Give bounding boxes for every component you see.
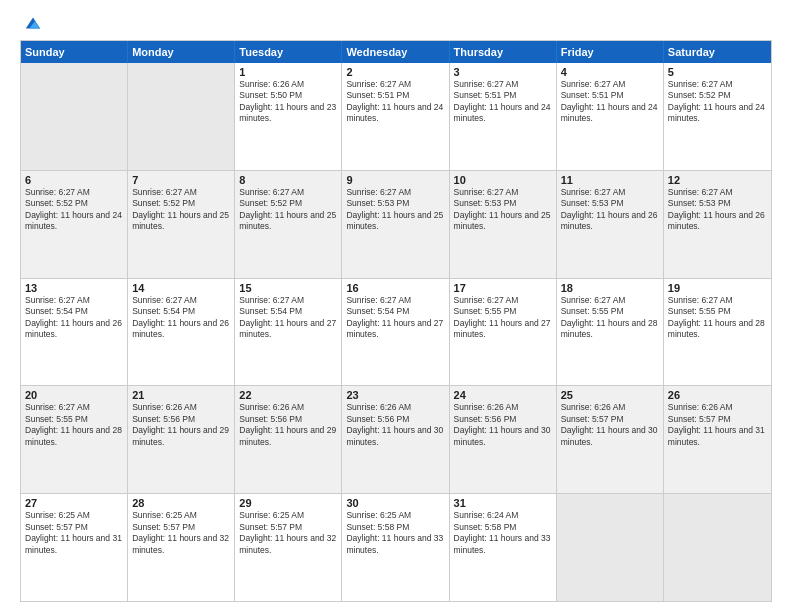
header-cell-monday: Monday [128,41,235,63]
cell-text: Sunrise: 6:27 AM Sunset: 5:55 PM Dayligh… [454,295,552,341]
cell-text: Sunrise: 6:27 AM Sunset: 5:54 PM Dayligh… [132,295,230,341]
cell-text: Sunrise: 6:27 AM Sunset: 5:52 PM Dayligh… [239,187,337,233]
cell-text: Sunrise: 6:24 AM Sunset: 5:58 PM Dayligh… [454,510,552,556]
cell-text: Sunrise: 6:27 AM Sunset: 5:51 PM Dayligh… [561,79,659,125]
calendar-cell: 1Sunrise: 6:26 AM Sunset: 5:50 PM Daylig… [235,63,342,170]
day-number: 18 [561,282,659,294]
calendar-cell: 3Sunrise: 6:27 AM Sunset: 5:51 PM Daylig… [450,63,557,170]
day-number: 29 [239,497,337,509]
calendar-cell: 19Sunrise: 6:27 AM Sunset: 5:55 PM Dayli… [664,279,771,386]
header-cell-friday: Friday [557,41,664,63]
day-number: 16 [346,282,444,294]
cell-text: Sunrise: 6:27 AM Sunset: 5:54 PM Dayligh… [25,295,123,341]
calendar-cell: 5Sunrise: 6:27 AM Sunset: 5:52 PM Daylig… [664,63,771,170]
calendar-cell: 27Sunrise: 6:25 AM Sunset: 5:57 PM Dayli… [21,494,128,601]
day-number: 22 [239,389,337,401]
day-number: 1 [239,66,337,78]
cell-text: Sunrise: 6:26 AM Sunset: 5:56 PM Dayligh… [346,402,444,448]
logo-icon [24,14,42,32]
calendar-cell: 11Sunrise: 6:27 AM Sunset: 5:53 PM Dayli… [557,171,664,278]
calendar-cell [557,494,664,601]
day-number: 31 [454,497,552,509]
day-number: 23 [346,389,444,401]
calendar-cell: 17Sunrise: 6:27 AM Sunset: 5:55 PM Dayli… [450,279,557,386]
calendar-cell: 23Sunrise: 6:26 AM Sunset: 5:56 PM Dayli… [342,386,449,493]
calendar-cell: 31Sunrise: 6:24 AM Sunset: 5:58 PM Dayli… [450,494,557,601]
day-number: 24 [454,389,552,401]
calendar-cell: 21Sunrise: 6:26 AM Sunset: 5:56 PM Dayli… [128,386,235,493]
cell-text: Sunrise: 6:26 AM Sunset: 5:50 PM Dayligh… [239,79,337,125]
cell-text: Sunrise: 6:27 AM Sunset: 5:54 PM Dayligh… [239,295,337,341]
day-number: 21 [132,389,230,401]
calendar-cell: 20Sunrise: 6:27 AM Sunset: 5:55 PM Dayli… [21,386,128,493]
cell-text: Sunrise: 6:27 AM Sunset: 5:52 PM Dayligh… [25,187,123,233]
cell-text: Sunrise: 6:25 AM Sunset: 5:58 PM Dayligh… [346,510,444,556]
calendar-cell: 22Sunrise: 6:26 AM Sunset: 5:56 PM Dayli… [235,386,342,493]
day-number: 17 [454,282,552,294]
cell-text: Sunrise: 6:26 AM Sunset: 5:57 PM Dayligh… [561,402,659,448]
calendar-cell [664,494,771,601]
day-number: 7 [132,174,230,186]
cell-text: Sunrise: 6:26 AM Sunset: 5:56 PM Dayligh… [454,402,552,448]
calendar-cell [128,63,235,170]
calendar-cell: 29Sunrise: 6:25 AM Sunset: 5:57 PM Dayli… [235,494,342,601]
header-cell-sunday: Sunday [21,41,128,63]
cell-text: Sunrise: 6:27 AM Sunset: 5:53 PM Dayligh… [454,187,552,233]
calendar: SundayMondayTuesdayWednesdayThursdayFrid… [20,40,772,602]
cell-text: Sunrise: 6:26 AM Sunset: 5:56 PM Dayligh… [239,402,337,448]
day-number: 11 [561,174,659,186]
calendar-cell: 7Sunrise: 6:27 AM Sunset: 5:52 PM Daylig… [128,171,235,278]
cell-text: Sunrise: 6:27 AM Sunset: 5:51 PM Dayligh… [454,79,552,125]
day-number: 2 [346,66,444,78]
page: SundayMondayTuesdayWednesdayThursdayFrid… [0,0,792,612]
cell-text: Sunrise: 6:27 AM Sunset: 5:55 PM Dayligh… [561,295,659,341]
cell-text: Sunrise: 6:27 AM Sunset: 5:51 PM Dayligh… [346,79,444,125]
cell-text: Sunrise: 6:25 AM Sunset: 5:57 PM Dayligh… [239,510,337,556]
calendar-cell: 25Sunrise: 6:26 AM Sunset: 5:57 PM Dayli… [557,386,664,493]
day-number: 27 [25,497,123,509]
cell-text: Sunrise: 6:26 AM Sunset: 5:56 PM Dayligh… [132,402,230,448]
calendar-header-row: SundayMondayTuesdayWednesdayThursdayFrid… [21,41,771,63]
calendar-row-2: 6Sunrise: 6:27 AM Sunset: 5:52 PM Daylig… [21,170,771,278]
calendar-cell: 26Sunrise: 6:26 AM Sunset: 5:57 PM Dayli… [664,386,771,493]
calendar-cell: 15Sunrise: 6:27 AM Sunset: 5:54 PM Dayli… [235,279,342,386]
calendar-cell: 28Sunrise: 6:25 AM Sunset: 5:57 PM Dayli… [128,494,235,601]
day-number: 6 [25,174,123,186]
day-number: 20 [25,389,123,401]
calendar-row-3: 13Sunrise: 6:27 AM Sunset: 5:54 PM Dayli… [21,278,771,386]
day-number: 15 [239,282,337,294]
header-cell-wednesday: Wednesday [342,41,449,63]
calendar-cell: 9Sunrise: 6:27 AM Sunset: 5:53 PM Daylig… [342,171,449,278]
calendar-body: 1Sunrise: 6:26 AM Sunset: 5:50 PM Daylig… [21,63,771,601]
day-number: 9 [346,174,444,186]
header-cell-tuesday: Tuesday [235,41,342,63]
cell-text: Sunrise: 6:27 AM Sunset: 5:53 PM Dayligh… [561,187,659,233]
logo [20,16,42,32]
day-number: 8 [239,174,337,186]
cell-text: Sunrise: 6:27 AM Sunset: 5:52 PM Dayligh… [132,187,230,233]
calendar-cell: 8Sunrise: 6:27 AM Sunset: 5:52 PM Daylig… [235,171,342,278]
calendar-cell: 6Sunrise: 6:27 AM Sunset: 5:52 PM Daylig… [21,171,128,278]
day-number: 14 [132,282,230,294]
day-number: 25 [561,389,659,401]
calendar-cell [21,63,128,170]
calendar-cell: 14Sunrise: 6:27 AM Sunset: 5:54 PM Dayli… [128,279,235,386]
calendar-cell: 4Sunrise: 6:27 AM Sunset: 5:51 PM Daylig… [557,63,664,170]
calendar-cell: 12Sunrise: 6:27 AM Sunset: 5:53 PM Dayli… [664,171,771,278]
day-number: 3 [454,66,552,78]
calendar-row-4: 20Sunrise: 6:27 AM Sunset: 5:55 PM Dayli… [21,385,771,493]
header-cell-saturday: Saturday [664,41,771,63]
cell-text: Sunrise: 6:27 AM Sunset: 5:55 PM Dayligh… [25,402,123,448]
header [20,16,772,32]
cell-text: Sunrise: 6:27 AM Sunset: 5:55 PM Dayligh… [668,295,767,341]
calendar-cell: 2Sunrise: 6:27 AM Sunset: 5:51 PM Daylig… [342,63,449,170]
day-number: 13 [25,282,123,294]
day-number: 4 [561,66,659,78]
calendar-row-5: 27Sunrise: 6:25 AM Sunset: 5:57 PM Dayli… [21,493,771,601]
cell-text: Sunrise: 6:26 AM Sunset: 5:57 PM Dayligh… [668,402,767,448]
day-number: 19 [668,282,767,294]
day-number: 26 [668,389,767,401]
calendar-cell: 24Sunrise: 6:26 AM Sunset: 5:56 PM Dayli… [450,386,557,493]
cell-text: Sunrise: 6:27 AM Sunset: 5:52 PM Dayligh… [668,79,767,125]
day-number: 5 [668,66,767,78]
